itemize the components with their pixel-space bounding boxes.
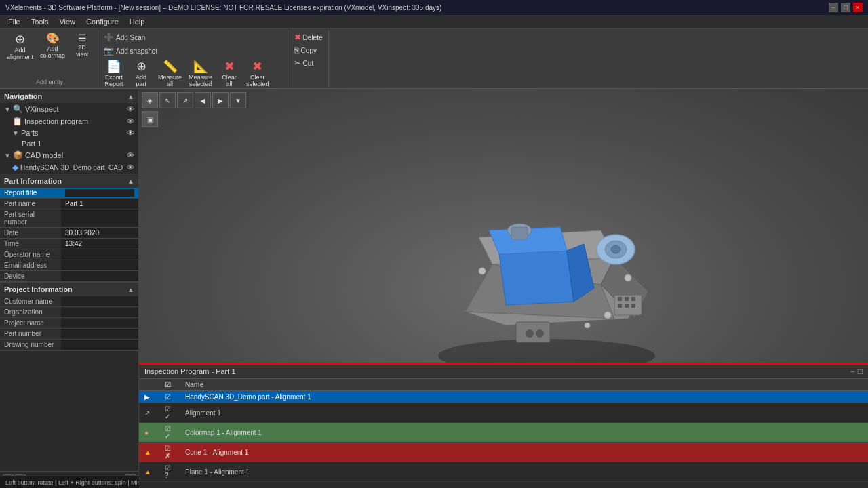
- table-row[interactable]: Report title: [0, 188, 138, 199]
- table-row[interactable]: Project name: [0, 318, 138, 329]
- menu-file[interactable]: File: [3, 16, 26, 27]
- date-input[interactable]: [65, 229, 134, 237]
- table-row[interactable]: Customer name: [0, 296, 138, 307]
- export-report-button[interactable]: 📄 ExportReport: [101, 58, 127, 89]
- report-title-input[interactable]: [65, 189, 134, 197]
- add-colormap-button[interactable]: 🎨 Addcolormap: [37, 31, 68, 61]
- menu-help[interactable]: Help: [124, 16, 151, 27]
- menu-view[interactable]: View: [54, 16, 81, 27]
- table-row[interactable]: Date: [0, 228, 138, 239]
- viewport-tool-3[interactable]: ↗: [177, 92, 193, 108]
- row-check[interactable]: ☑: [159, 391, 180, 403]
- tree-cad-model[interactable]: ▼ 📦 CAD model 👁: [0, 149, 138, 161]
- table-row[interactable]: ▲ ☑ ? Plane 1 - Alignment 1: [139, 462, 868, 482]
- cut-button[interactable]: ✂ Cut: [292, 57, 317, 69]
- table-row[interactable]: ● ☑ ✓ Colormap 1 - Alignment 1: [139, 423, 868, 443]
- field-value[interactable]: [61, 340, 138, 350]
- row-expand[interactable]: ▶: [139, 391, 159, 403]
- part-info-header[interactable]: Part Information ▲: [0, 174, 138, 188]
- row-check[interactable]: ☑ ✓: [159, 403, 180, 423]
- tree-cad-file[interactable]: ◆ HandySCAN 3D_Demo part_CAD 👁: [0, 161, 138, 174]
- field-value[interactable]: [61, 199, 138, 209]
- row-check[interactable]: ☑ ✓: [159, 423, 180, 443]
- part1-label: Part 1: [22, 140, 41, 148]
- viewport-tool-1[interactable]: ◈: [142, 92, 158, 108]
- tree-parts[interactable]: ▼ Parts 👁: [0, 127, 138, 138]
- measure-selected-icon: 📐: [193, 60, 208, 73]
- time-input[interactable]: [65, 240, 134, 247]
- measure-selected-button[interactable]: 📐 Measureselected: [186, 58, 215, 89]
- field-value[interactable]: [61, 239, 138, 249]
- serial-number-input[interactable]: [65, 215, 134, 222]
- table-row[interactable]: Operator name: [0, 249, 138, 260]
- table-row[interactable]: ▶ ☑ HandySCAN 3D_Demo part - Alignment 1: [139, 391, 868, 403]
- viewport-tool-dropdown[interactable]: ▼: [230, 92, 246, 108]
- tree-inspection-program[interactable]: 📋 Inspection program 👁: [0, 115, 138, 127]
- viewport-tool-2[interactable]: ↖: [159, 92, 176, 108]
- email-input[interactable]: [65, 262, 134, 269]
- viewport-tool-5[interactable]: ▶: [212, 92, 229, 108]
- bottom-panel-minimize[interactable]: −: [850, 367, 855, 376]
- device-input[interactable]: [65, 272, 134, 280]
- table-row[interactable]: ↗ ☑ ✓ Alignment 1: [139, 403, 868, 423]
- clear-all-button[interactable]: ✖ Clearall: [216, 58, 242, 89]
- inspection-program-eye-icon[interactable]: 👁: [127, 117, 134, 125]
- tree-vxinspect[interactable]: ▼ 🔍 VXinspect 👁: [0, 103, 138, 115]
- measure-all-button[interactable]: 📏 Measureall: [155, 58, 184, 89]
- add-alignment-button[interactable]: ⊕ Addalignment: [4, 31, 36, 62]
- minimize-button[interactable]: −: [829, 3, 838, 12]
- organization-input[interactable]: [65, 308, 134, 316]
- field-value[interactable]: [61, 329, 138, 340]
- titlebar: VXelements - 3D Software Platform - [New…: [0, 0, 868, 15]
- customer-input[interactable]: [65, 298, 134, 305]
- 2d-view-button[interactable]: ☰ 2Dview: [69, 31, 95, 60]
- bottom-panel-maximize[interactable]: □: [858, 367, 863, 376]
- table-row[interactable]: Part name: [0, 199, 138, 209]
- row-check[interactable]: ☑ ✗: [159, 443, 180, 462]
- operator-input[interactable]: [65, 251, 134, 258]
- row-check[interactable]: ☑ ?: [159, 462, 180, 482]
- table-row[interactable]: Email address: [0, 260, 138, 271]
- clear-selected-button[interactable]: ✖ Clearselected: [243, 58, 272, 89]
- add-snapshot-button[interactable]: 📷 Add snapshot: [101, 45, 160, 57]
- table-row[interactable]: ▲ ☑ ✗ Cone 1 - Alignment 1: [139, 443, 868, 462]
- table-row[interactable]: Time: [0, 239, 138, 249]
- viewport-tool-4[interactable]: ◀: [195, 92, 211, 108]
- part-number-input[interactable]: [65, 330, 134, 338]
- viewport-tool-mode[interactable]: ▣: [142, 111, 158, 127]
- field-value[interactable]: [61, 318, 138, 329]
- parts-expand-icon: ▼: [12, 129, 19, 137]
- close-button[interactable]: ×: [853, 3, 863, 12]
- drawing-number-input[interactable]: [65, 341, 134, 348]
- cad-file-eye-icon[interactable]: 👁: [127, 163, 134, 171]
- project-name-input[interactable]: [65, 319, 134, 327]
- cad-model-eye-icon[interactable]: 👁: [127, 151, 134, 159]
- copy-button[interactable]: ⎘ Copy: [292, 44, 319, 56]
- add-part-button[interactable]: ⊕ Addpart: [128, 58, 154, 89]
- field-label: Part serial number: [0, 209, 61, 228]
- tree-part1[interactable]: Part 1: [0, 138, 138, 149]
- field-value[interactable]: [61, 188, 138, 199]
- table-row[interactable]: Drawing number: [0, 340, 138, 350]
- project-info-header[interactable]: Project Information ▲: [0, 283, 138, 296]
- table-row[interactable]: Device: [0, 271, 138, 282]
- parts-eye-icon[interactable]: 👁: [127, 129, 134, 137]
- table-row[interactable]: Part serial number: [0, 209, 138, 228]
- part-name-input[interactable]: [65, 200, 134, 207]
- field-value[interactable]: [61, 296, 138, 307]
- field-value[interactable]: [61, 249, 138, 260]
- table-row[interactable]: Part number: [0, 329, 138, 340]
- menu-tools[interactable]: Tools: [26, 16, 54, 27]
- table-row[interactable]: Organization: [0, 307, 138, 318]
- add-scan-button[interactable]: ➕ Add Scan: [101, 31, 160, 43]
- navigation-header[interactable]: Navigation ▲: [0, 89, 138, 103]
- maximize-button[interactable]: □: [841, 3, 850, 12]
- field-value[interactable]: [61, 228, 138, 239]
- field-value[interactable]: [61, 307, 138, 318]
- delete-button[interactable]: ✖ Delete: [292, 31, 326, 43]
- field-value[interactable]: [61, 271, 138, 282]
- field-value[interactable]: [61, 260, 138, 271]
- field-value[interactable]: [61, 209, 138, 228]
- menu-configure[interactable]: Configure: [81, 16, 124, 27]
- vxinspect-eye-icon[interactable]: 👁: [127, 105, 134, 113]
